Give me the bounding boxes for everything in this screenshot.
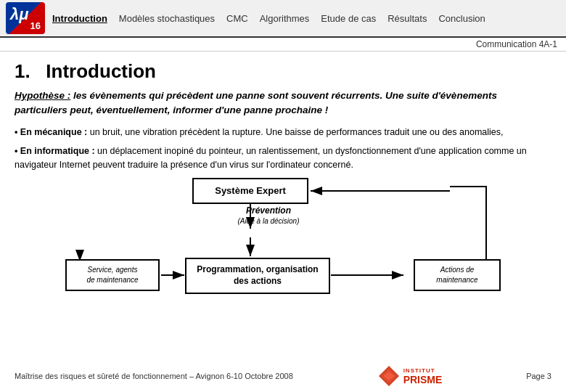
logo-number: 16 bbox=[30, 20, 41, 31]
actions-box: Actions de maintenance bbox=[414, 259, 501, 291]
section-title: Introduction bbox=[46, 60, 156, 82]
prog-box: Programmation, organisation des actions bbox=[185, 258, 330, 294]
service-label: Service, agents de maintenance bbox=[86, 265, 138, 285]
section-number: 1. bbox=[15, 60, 30, 82]
diagram-container: Système Expert Prévention (Aide à la déc… bbox=[15, 178, 551, 305]
nav-item-introduction[interactable]: Introduction bbox=[52, 13, 107, 24]
sub-header: Communication 4A-1 bbox=[0, 38, 566, 52]
bullet1-text: un bruit, une vibration précèdent la rup… bbox=[87, 127, 503, 137]
nav-item-conclusion[interactable]: Conclusion bbox=[438, 13, 485, 24]
logo-lambda-mu: λμ bbox=[10, 7, 29, 23]
page-number: Page 3 bbox=[526, 372, 551, 380]
main-content: 1. Introduction Hypothèse : les évènemen… bbox=[0, 52, 566, 311]
nav-item-modeles[interactable]: Modèles stochastiques bbox=[119, 13, 215, 24]
hypothesis-label: Hypothèse : bbox=[15, 90, 70, 101]
footer: Maîtrise des risques et sûreté de foncti… bbox=[0, 364, 566, 388]
diagram: Système Expert Prévention (Aide à la déc… bbox=[58, 178, 508, 305]
actions-label: Actions de maintenance bbox=[436, 265, 477, 285]
hypothesis-block: Hypothèse : les évènements qui précèdent… bbox=[15, 89, 551, 118]
bullet-mecanique: • En mécanique : un bruit, une vibration… bbox=[15, 126, 551, 139]
nav-item-etude[interactable]: Etude de cas bbox=[321, 13, 376, 24]
prevention-sub-text: (Aide à la décision) bbox=[237, 217, 299, 225]
bullet-informatique: • En informatique : un déplacement inopi… bbox=[15, 144, 551, 172]
institute-text-block: INSTITUT PRISME bbox=[403, 367, 443, 385]
nav-item-algorithmes[interactable]: Algorithmes bbox=[260, 13, 310, 24]
prevention-text: Prévention bbox=[246, 205, 291, 216]
hypothesis-text: les évènements qui précèdent une panne s… bbox=[15, 90, 497, 115]
prog-line1: Programmation, organisation bbox=[197, 264, 318, 274]
nav-bar: Introduction Modèles stochastiques CMC A… bbox=[52, 13, 560, 24]
prisme-label: PRISME bbox=[403, 374, 443, 385]
nav-item-resultats[interactable]: Résultats bbox=[387, 13, 427, 24]
se-box-label: Système Expert bbox=[215, 185, 286, 196]
prevention-label: Prévention (Aide à la décision) bbox=[221, 205, 316, 226]
footer-text: Maîtrise des risques et sûreté de foncti… bbox=[15, 372, 293, 380]
service-line2: de maintenance bbox=[86, 276, 138, 284]
bullet2-label: • En informatique : bbox=[15, 146, 95, 156]
service-box: Service, agents de maintenance bbox=[65, 259, 160, 291]
actions-line1: Actions de bbox=[440, 266, 475, 274]
institute-block: INSTITUT PRISME bbox=[377, 364, 443, 388]
nav-item-cmc[interactable]: CMC bbox=[226, 13, 248, 24]
service-line1: Service, agents bbox=[88, 266, 138, 274]
bullet1-label: • En mécanique : bbox=[15, 127, 87, 137]
logo: λμ 16 bbox=[6, 2, 45, 34]
prog-box-label: Programmation, organisation des actions bbox=[197, 264, 318, 287]
prog-line2: des actions bbox=[234, 276, 282, 286]
header: λμ 16 Introduction Modèles stochastiques… bbox=[0, 0, 566, 38]
se-box: Système Expert bbox=[192, 178, 308, 204]
section-heading: 1. Introduction bbox=[15, 60, 551, 83]
actions-line2: maintenance bbox=[436, 276, 477, 284]
communication-label: Communication 4A-1 bbox=[476, 39, 557, 49]
institute-logo-icon bbox=[377, 364, 401, 388]
institute-label: INSTITUT bbox=[403, 367, 443, 374]
